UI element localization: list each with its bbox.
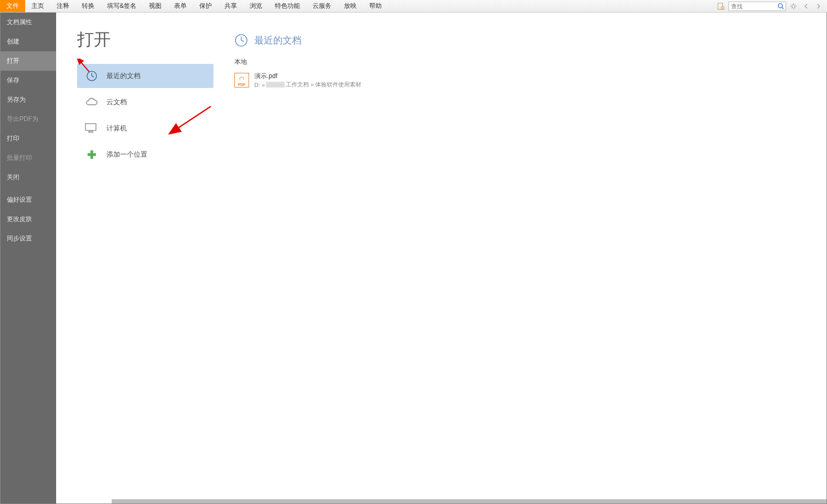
location-plus[interactable]: 添加一个位置 [77, 143, 213, 167]
find-page-icon[interactable] [716, 1, 726, 12]
sidebar-item-6[interactable]: 打印 [1, 129, 56, 148]
svg-rect-18 [89, 132, 93, 133]
file-sidebar: 文档属性创建打开保存另存为导出PDF为打印批量打印关闭偏好设置更改皮肤同步设置 [1, 13, 56, 503]
local-section-label: 本地 [234, 58, 816, 67]
menu-tab-6[interactable]: 表单 [168, 0, 193, 12]
svg-rect-17 [85, 124, 96, 130]
location-label: 计算机 [106, 124, 127, 133]
file-list: PDF演示.pdfD: » 工作文档 » 体验软件使用素材 [234, 70, 816, 91]
svg-line-12 [791, 7, 792, 8]
location-clock[interactable]: 最近的文档 [77, 64, 213, 88]
svg-line-11 [795, 7, 796, 8]
sidebar-item-2[interactable]: 打开 [1, 51, 56, 71]
location-cloud[interactable]: 云文档 [77, 90, 213, 114]
menu-tab-5[interactable]: 视图 [143, 0, 168, 12]
search-wrap [728, 2, 786, 11]
menubar-spacer [388, 0, 716, 12]
file-info: 演示.pdfD: » 工作文档 » 体验软件使用素材 [254, 72, 361, 89]
clock-icon [234, 34, 248, 47]
sidebar-item-5: 导出PDF为 [1, 109, 56, 129]
svg-point-5 [792, 5, 795, 8]
menubar: 文件主页注释转换填写&签名视图表单保护共享浏览特色功能云服务放映帮助 [0, 0, 827, 13]
sidebar-item-9[interactable]: 偏好设置 [1, 190, 56, 210]
sidebar-item-8[interactable]: 关闭 [1, 168, 56, 187]
nav-next-icon[interactable] [813, 1, 824, 12]
sidebar-item-10[interactable]: 更改皮肤 [1, 210, 56, 229]
sidebar-item-4[interactable]: 另存为 [1, 90, 56, 109]
sidebar-item-1[interactable]: 创建 [1, 32, 56, 51]
menu-tab-8[interactable]: 共享 [218, 0, 243, 12]
sidebar-item-0[interactable]: 文档属性 [1, 13, 56, 32]
content-area: 打开 最近的文档云文档计算机添加一个位置 最近的文档 本地 PDF演示.pdfD… [56, 13, 826, 503]
recent-column: 最近的文档 本地 PDF演示.pdfD: » 工作文档 » 体验软件使用素材 [213, 13, 826, 503]
location-list: 最近的文档云文档计算机添加一个位置 [77, 64, 213, 167]
settings-icon[interactable] [788, 1, 799, 12]
location-label: 添加一个位置 [106, 150, 147, 159]
location-computer[interactable]: 计算机 [77, 116, 213, 140]
computer-icon [84, 123, 99, 134]
menu-tab-0[interactable]: 文件 [0, 0, 25, 12]
nav-prev-icon[interactable] [801, 1, 811, 12]
sidebar-item-3[interactable]: 保存 [1, 71, 56, 90]
file-name: 演示.pdf [254, 72, 361, 81]
menu-tab-9[interactable]: 浏览 [243, 0, 268, 12]
location-label: 最近的文档 [106, 71, 141, 81]
menu-tab-1[interactable]: 主页 [25, 0, 50, 12]
svg-line-13 [795, 4, 796, 5]
menu-tab-2[interactable]: 注释 [50, 0, 76, 12]
menu-tab-12[interactable]: 放映 [338, 0, 363, 12]
file-path: D: » 工作文档 » 体验软件使用素材 [254, 81, 361, 89]
menu-tab-3[interactable]: 转换 [76, 0, 101, 12]
page-title: 打开 [77, 28, 213, 51]
file-row[interactable]: PDF演示.pdfD: » 工作文档 » 体验软件使用素材 [234, 70, 816, 91]
recent-header: 最近的文档 [234, 34, 816, 47]
clock-icon [84, 70, 99, 82]
plus-icon [84, 149, 99, 160]
bottom-scrollbar[interactable] [112, 499, 826, 503]
menu-tab-13[interactable]: 帮助 [363, 0, 388, 12]
sidebar-item-11[interactable]: 同步设置 [1, 229, 56, 248]
sidebar-item-7: 批量打印 [1, 148, 56, 168]
search-input[interactable] [728, 2, 786, 11]
svg-line-16 [92, 76, 94, 77]
open-column: 打开 最近的文档云文档计算机添加一个位置 [56, 13, 213, 503]
svg-line-2 [724, 9, 725, 10]
recent-title: 最近的文档 [254, 34, 302, 47]
workspace: 文档属性创建打开保存另存为导出PDF为打印批量打印关闭偏好设置更改皮肤同步设置 … [0, 13, 827, 504]
menu-tab-7[interactable]: 保护 [193, 0, 218, 12]
menu-tab-10[interactable]: 特色功能 [268, 0, 306, 12]
svg-line-27 [241, 40, 244, 41]
menu-tab-11[interactable]: 云服务 [306, 0, 338, 12]
cloud-icon [84, 96, 99, 108]
pdf-file-icon: PDF [234, 73, 249, 87]
svg-line-10 [791, 4, 792, 5]
obscured-segment [266, 82, 285, 87]
location-label: 云文档 [106, 97, 127, 107]
menu-tab-4[interactable]: 填写&签名 [101, 0, 143, 12]
